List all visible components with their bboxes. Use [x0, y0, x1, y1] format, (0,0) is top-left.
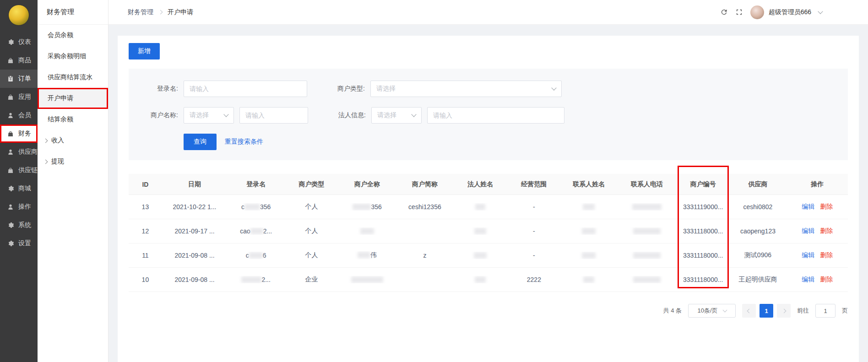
submenu-item-1[interactable]: 会员余额: [38, 25, 108, 46]
chevron-right-icon: [43, 138, 48, 143]
prev-page-button[interactable]: [742, 304, 756, 318]
redacted-text: [475, 204, 485, 210]
cell-row2-col9: [561, 227, 617, 235]
cell-row1-col3: c356: [227, 203, 285, 211]
cell-row3-col4: 个人: [285, 251, 338, 259]
redacted-text: [583, 204, 595, 210]
edit-link[interactable]: 编辑: [802, 203, 814, 210]
cell-row4-col4: 企业: [285, 276, 338, 284]
edit-link[interactable]: 编辑: [802, 227, 814, 234]
cell-row3-col10: [617, 252, 677, 259]
merchant-type-placeholder: 请选择: [376, 85, 396, 93]
page-1-button[interactable]: 1: [760, 304, 773, 318]
page-card: 新增 登录名: 商户类型: 请选择: [118, 36, 859, 362]
submenu-item-6[interactable]: 收入: [38, 130, 108, 151]
sidebar-item-12[interactable]: 设置: [0, 234, 38, 253]
fullscreen-icon[interactable]: [735, 8, 743, 16]
delete-link[interactable]: 删除: [820, 276, 833, 283]
redacted-text: [360, 228, 374, 234]
user-name[interactable]: 超级管理员666: [769, 8, 811, 16]
secondary-nav: 会员余额采购余额明细供应商结算流水开户申请结算余额收入提现: [38, 25, 108, 172]
column-header-9: 联系人姓名: [561, 180, 617, 189]
redacted-text: [250, 228, 263, 234]
sidebar-item-11[interactable]: 系统: [0, 216, 38, 234]
user-avatar[interactable]: [750, 5, 764, 19]
submenu-item-4[interactable]: 开户申请: [38, 88, 108, 109]
sidebar-item-9[interactable]: 商城: [0, 179, 38, 198]
breadcrumb-item-finance[interactable]: 财务管理: [128, 8, 153, 16]
member-user-icon: [7, 112, 14, 119]
delete-link[interactable]: 删除: [820, 203, 833, 210]
merchant-type-select[interactable]: 请选择: [370, 81, 562, 97]
goods-bag-icon: [7, 57, 14, 64]
delete-link[interactable]: 删除: [820, 251, 833, 259]
cell-row4-col10: [617, 276, 677, 283]
redacted-text: [633, 228, 661, 234]
redacted-text: [241, 276, 261, 283]
merchant-name-mode-placeholder: 请选择: [190, 111, 209, 119]
app-logo-avatar[interactable]: [8, 5, 29, 26]
submenu-item-label: 提现: [51, 157, 64, 166]
sidebar-item-5[interactable]: 会员: [0, 106, 38, 124]
finance-bag-icon: [7, 130, 14, 137]
merchant-name-label: 商户名称:: [140, 111, 184, 119]
primary-nav: 仪表商品订单应用会员财务供应商供应链商城操作系统设置: [0, 33, 38, 253]
delete-link[interactable]: 删除: [820, 227, 833, 234]
redacted-text: [475, 276, 486, 283]
chevron-down-icon: [722, 308, 727, 312]
sidebar-item-label: 设置: [18, 239, 31, 248]
cell-row3-col1: 11: [129, 252, 162, 259]
merchant-name-mode-select[interactable]: 请选择: [184, 107, 234, 124]
column-header-4: 商户类型: [285, 180, 338, 189]
table-row: 102021-09-08 ...2...企业22223331118000...王…: [129, 268, 848, 292]
redacted-text: [633, 276, 661, 283]
sidebar-item-1[interactable]: 仪表: [0, 33, 38, 51]
merchant-name-input[interactable]: [239, 107, 308, 124]
pagination-total: 共 4 条: [663, 307, 682, 315]
redacted-text: [582, 228, 596, 234]
content: 新增 登录名: 商户类型: 请选择: [108, 25, 868, 362]
sidebar-item-2[interactable]: 商品: [0, 51, 38, 70]
legal-info-input[interactable]: [427, 107, 564, 124]
pagination: 共 4 条 10条/页 1 前往 页: [129, 304, 848, 318]
sidebar-item-label: 商品: [18, 56, 31, 65]
sidebar-item-3[interactable]: 订单: [0, 70, 38, 88]
goto-page-input[interactable]: [815, 304, 835, 318]
cell-row1-col5: 356: [338, 203, 396, 211]
legal-info-mode-placeholder: 请选择: [377, 111, 396, 119]
sidebar-item-8[interactable]: 供应链: [0, 161, 38, 179]
edit-link[interactable]: 编辑: [802, 251, 814, 259]
submenu-item-2[interactable]: 采购余额明细: [38, 46, 108, 67]
redacted-text: [351, 276, 383, 283]
query-button[interactable]: 查询: [184, 134, 217, 150]
sidebar-item-label: 应用: [18, 93, 31, 101]
submenu-item-label: 收入: [51, 136, 64, 145]
submenu-item-5[interactable]: 结算余额: [38, 109, 108, 130]
cell-actions: 编辑删除: [787, 227, 848, 235]
chevron-down-icon[interactable]: [818, 9, 823, 14]
table-body: 132021-10-22 1...c356个人356ceshi12356-333…: [129, 195, 848, 292]
refresh-icon[interactable]: [720, 8, 728, 16]
redacted-text: [633, 252, 661, 259]
cell-row3-col5: 伟: [338, 251, 396, 259]
submenu-item-label: 采购余额明细: [48, 52, 86, 60]
next-page-button[interactable]: [777, 304, 791, 318]
sidebar-item-7[interactable]: 供应商: [0, 143, 38, 161]
legal-info-mode-select[interactable]: 请选择: [371, 107, 422, 124]
page-size-select[interactable]: 10条/页: [688, 304, 736, 318]
reset-search-link[interactable]: 重置搜索条件: [225, 138, 263, 146]
table-row: 132021-10-22 1...c356个人356ceshi12356-333…: [129, 195, 848, 219]
edit-link[interactable]: 编辑: [802, 276, 814, 283]
cell-row1-col11: 3331119000...: [677, 203, 729, 211]
sidebar-item-10[interactable]: 操作: [0, 198, 38, 216]
sidebar-item-6[interactable]: 财务: [0, 124, 38, 143]
sidebar-item-4[interactable]: 应用: [0, 88, 38, 106]
submenu-item-3[interactable]: 供应商结算流水: [38, 67, 108, 88]
column-header-6: 商户简称: [396, 180, 454, 189]
secondary-sidebar: 财务管理 会员余额采购余额明细供应商结算流水开户申请结算余额收入提现: [38, 0, 108, 362]
add-button[interactable]: 新增: [129, 43, 160, 59]
cell-row1-col12: ceshi0802: [729, 203, 787, 211]
submenu-item-7[interactable]: 提现: [38, 151, 108, 172]
login-name-input[interactable]: [184, 81, 307, 97]
cell-row3-col7: [454, 252, 507, 259]
